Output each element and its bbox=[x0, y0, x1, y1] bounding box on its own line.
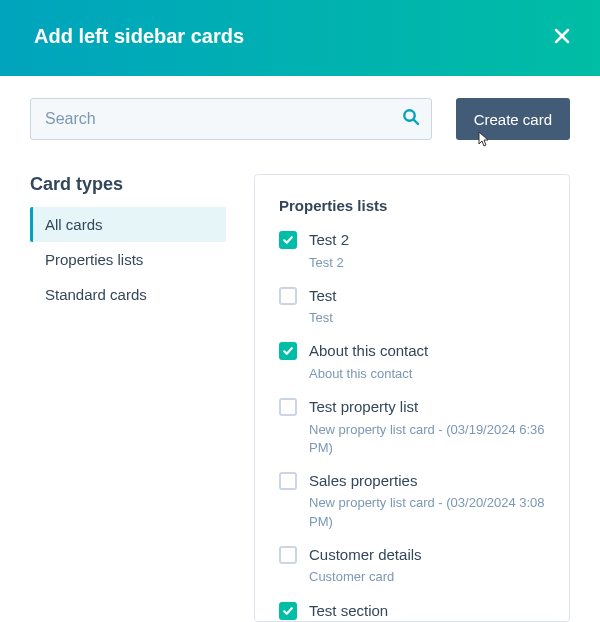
card-text: About this contactAbout this contact bbox=[309, 341, 545, 383]
card-title: Test section bbox=[309, 601, 545, 621]
sidebar-item-properties-lists[interactable]: Properties lists bbox=[30, 242, 226, 277]
search-wrap bbox=[30, 98, 432, 140]
create-card-button[interactable]: Create card bbox=[456, 98, 570, 140]
card-text: Customer detailsCustomer card bbox=[309, 545, 545, 587]
card-checkbox[interactable] bbox=[279, 546, 297, 564]
card-checkbox[interactable] bbox=[279, 398, 297, 416]
card-subtitle: New property list card - (03/19/2024 6:3… bbox=[309, 421, 545, 457]
card-text: Sales propertiesNew property list card -… bbox=[309, 471, 545, 531]
card-title: Test property list bbox=[309, 397, 545, 417]
sidebar-heading: Card types bbox=[30, 174, 226, 195]
cursor-pointer-icon bbox=[474, 130, 492, 153]
search-input[interactable] bbox=[30, 98, 432, 140]
card-title: Sales properties bbox=[309, 471, 545, 491]
sidebar-item-standard-cards[interactable]: Standard cards bbox=[30, 277, 226, 312]
card-checkbox[interactable] bbox=[279, 231, 297, 249]
card-item: Test 2Test 2 bbox=[279, 230, 545, 272]
card-subtitle: About this contact bbox=[309, 365, 545, 383]
dialog-title: Add left sidebar cards bbox=[34, 25, 244, 48]
create-card-label: Create card bbox=[474, 111, 552, 128]
cards-panel: Properties lists Test 2Test 2TestTestAbo… bbox=[254, 174, 570, 622]
card-title: About this contact bbox=[309, 341, 545, 361]
card-title: Test 2 bbox=[309, 230, 545, 250]
card-title: Test bbox=[309, 286, 545, 306]
card-subtitle: Customer card bbox=[309, 568, 545, 586]
card-checkbox[interactable] bbox=[279, 472, 297, 490]
card-subtitle: Test 2 bbox=[309, 254, 545, 272]
card-subtitle: New property list card - (03/20/2024 3:0… bbox=[309, 494, 545, 530]
card-item: Test property listNew property list card… bbox=[279, 397, 545, 457]
svg-line-3 bbox=[413, 120, 418, 125]
search-icon bbox=[402, 108, 420, 130]
sidebar-item-all-cards[interactable]: All cards bbox=[30, 207, 226, 242]
card-text: Test property listNew property list card… bbox=[309, 397, 545, 457]
card-checkbox[interactable] bbox=[279, 602, 297, 620]
card-text: TestTest bbox=[309, 286, 545, 328]
card-checkbox[interactable] bbox=[279, 287, 297, 305]
panel-heading: Properties lists bbox=[279, 197, 545, 214]
dialog-header: Add left sidebar cards bbox=[0, 0, 600, 76]
card-item: Customer detailsCustomer card bbox=[279, 545, 545, 587]
card-text: Test 2Test 2 bbox=[309, 230, 545, 272]
card-title: Customer details bbox=[309, 545, 545, 565]
card-item: About this contactAbout this contact bbox=[279, 341, 545, 383]
close-icon bbox=[552, 26, 572, 46]
card-item: Test sectionTest section bbox=[279, 601, 545, 623]
card-subtitle: Test bbox=[309, 309, 545, 327]
card-text: Test sectionTest section bbox=[309, 601, 545, 623]
card-checkbox[interactable] bbox=[279, 342, 297, 360]
card-item: Sales propertiesNew property list card -… bbox=[279, 471, 545, 531]
close-button[interactable] bbox=[548, 22, 576, 50]
card-types-sidebar: Card types All cardsProperties listsStan… bbox=[30, 174, 226, 312]
card-item: TestTest bbox=[279, 286, 545, 328]
